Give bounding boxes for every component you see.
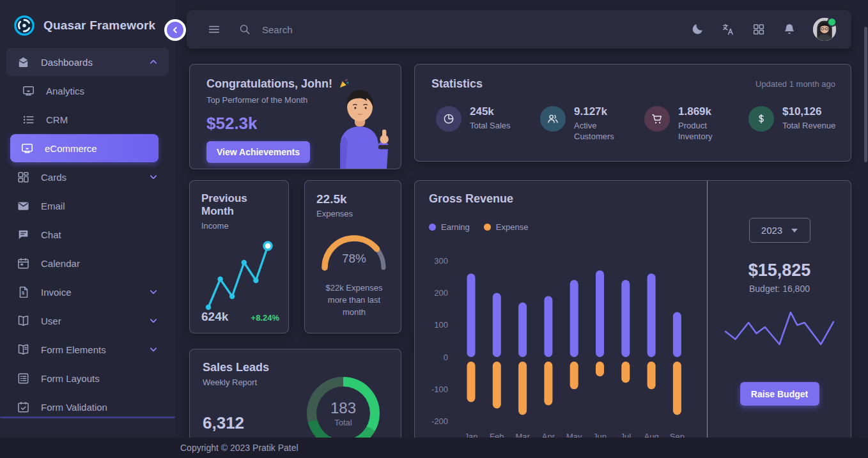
sidebar-item-label: Form Layouts <box>41 373 100 384</box>
sidebar-item-label: eCommerce <box>45 143 97 154</box>
svg-text:-100: -100 <box>431 385 448 394</box>
svg-text:Sep: Sep <box>670 432 685 438</box>
stat-value: 245k <box>470 106 511 118</box>
stat-total-sales: 245kTotal Sales <box>436 106 511 132</box>
stat-label: Total Revenue <box>782 120 835 132</box>
expenses-card: 22.5k Expenses 78% $22k Expensesmore tha… <box>304 180 401 333</box>
sidebar-item-label: Dashboards <box>41 57 93 68</box>
crm-icon <box>22 113 37 126</box>
character-illustration <box>323 84 398 169</box>
sales-leads-value: 6,312 <box>203 413 244 433</box>
ecommerce-icon <box>20 142 36 155</box>
apps-grid-icon[interactable] <box>752 22 766 36</box>
page-scrollbar[interactable] <box>864 0 868 458</box>
stat-product-inventory: 1.869kProduct Inventory <box>644 106 733 142</box>
raise-budget-button[interactable]: Raise Budget <box>740 382 819 406</box>
footer-copyright: Copyright © 2023 Pratik Patel <box>180 443 298 453</box>
sidebar-item-calendar[interactable]: Calendar <box>6 249 169 277</box>
sidebar-item-label: Chat <box>41 229 61 240</box>
svg-text:300: 300 <box>434 256 448 266</box>
income-line-chart <box>204 238 278 321</box>
svg-text:Jan: Jan <box>465 432 478 438</box>
svg-text:0: 0 <box>444 353 448 362</box>
gross-revenue-amount: $15,825 <box>748 261 811 280</box>
chevron-down-icon <box>147 171 160 183</box>
gross-revenue-panel: 2023 $15,825 Budget: 16,800 Raise Budget <box>708 181 851 438</box>
translate-icon[interactable] <box>721 22 735 36</box>
sidebar-item-ecommerce[interactable]: eCommerce <box>10 134 159 162</box>
gauge-percent: 78% <box>316 252 392 266</box>
svg-text:May: May <box>566 432 582 438</box>
sidebar-nav: DashboardsAnalyticsCRMeCommerceCardsEmai… <box>0 46 175 421</box>
sidebar: Quasar Framework DashboardsAnalyticsCRMe… <box>0 0 175 438</box>
sidebar-item-form-layouts[interactable]: Form Layouts <box>6 364 169 392</box>
search-input[interactable] <box>261 24 455 36</box>
topbar-actions <box>690 18 836 41</box>
previous-month-card: Previous Month Income 624k +8.24% <box>189 180 289 333</box>
calendar-icon <box>17 257 32 270</box>
dashboards-icon <box>17 56 32 69</box>
search-bar <box>238 22 690 36</box>
quasar-logo-icon <box>13 14 36 37</box>
main-content: Congratulations, John! Top Performer of … <box>175 0 868 438</box>
search-icon[interactable] <box>238 22 252 36</box>
sidebar-item-label: Cards <box>41 172 66 183</box>
sidebar-item-label: Form Elements <box>41 344 106 355</box>
stat-value: 1.869k <box>678 106 733 118</box>
menu-icon[interactable] <box>207 22 221 36</box>
app-root: Quasar Framework DashboardsAnalyticsCRMe… <box>0 0 868 458</box>
donut-center-label: Total <box>334 418 352 427</box>
year-select[interactable]: 2023 <box>749 218 810 243</box>
stat-active-customers: 9.127kActive Customers <box>540 106 629 142</box>
sidebar-item-chat[interactable]: Chat <box>6 220 169 248</box>
legend-expense: Expense <box>484 222 529 232</box>
sidebar-item-form-elements[interactable]: Form Elements <box>6 335 169 363</box>
svg-text:Apr: Apr <box>542 432 555 438</box>
legend-earning: Earning <box>429 222 470 232</box>
analytics-icon <box>22 84 37 98</box>
view-achievements-button[interactable]: View Achievements <box>206 141 310 163</box>
budget-sparkline-chart <box>723 310 837 347</box>
gross-revenue-card: Gross Revenue EarningExpense 3002001000-… <box>414 180 851 438</box>
legend-dot <box>429 224 436 231</box>
previous-month-change: +8.24% <box>251 313 279 323</box>
email-icon <box>17 199 32 213</box>
svg-text:-200: -200 <box>431 416 448 426</box>
gross-revenue-bar-chart: 3002001000-100-200JanFebMarAprMayJunJulA… <box>421 248 709 438</box>
congratulations-card: Congratulations, John! Top Performer of … <box>189 64 401 169</box>
svg-text:$: $ <box>22 290 25 296</box>
dollar-icon <box>748 106 774 132</box>
people-icon <box>540 106 566 132</box>
svg-text:Aug: Aug <box>644 432 659 438</box>
stat-label: Active Customers <box>574 120 629 142</box>
gross-revenue-budget: Budget: 16,800 <box>749 284 810 294</box>
stat-label: Product Inventory <box>678 120 733 142</box>
sidebar-item-analytics[interactable]: Analytics <box>12 77 169 105</box>
chevron-down-icon <box>147 286 160 298</box>
expenses-note: $22k Expensesmore than lastmonth <box>316 282 392 319</box>
year-select-value: 2023 <box>761 225 782 236</box>
sidebar-collapse-button[interactable] <box>164 19 186 41</box>
previous-month-value: 624k <box>201 310 228 324</box>
sidebar-item-user[interactable]: User <box>6 307 169 335</box>
svg-text:Jun: Jun <box>593 432 607 438</box>
sidebar-item-crm[interactable]: CRM <box>12 105 169 134</box>
scrollbar-thumb[interactable] <box>864 27 867 162</box>
chevron-down-icon <box>147 314 160 327</box>
sidebar-item-cards[interactable]: Cards <box>6 163 169 191</box>
sidebar-item-label: Invoice <box>41 287 72 298</box>
previous-month-subtitle: Income <box>201 221 278 231</box>
sales-leads-subtitle: Weekly Report <box>203 378 401 387</box>
dark-mode-moon-icon[interactable] <box>690 22 704 36</box>
svg-text:Mar: Mar <box>515 432 530 438</box>
sidebar-item-label: User <box>41 316 61 326</box>
sidebar-item-email[interactable]: Email <box>6 192 169 220</box>
user-avatar[interactable] <box>813 18 836 41</box>
invoice-icon: $ <box>17 286 32 299</box>
expenses-value: 22.5k <box>316 192 392 206</box>
notifications-bell-icon[interactable] <box>782 22 796 36</box>
expenses-label: Expenses <box>316 209 392 218</box>
sidebar-item-invoice[interactable]: $Invoice <box>6 278 169 306</box>
sidebar-bottom-accent <box>0 416 175 418</box>
sidebar-item-dashboards[interactable]: Dashboards <box>6 48 169 76</box>
